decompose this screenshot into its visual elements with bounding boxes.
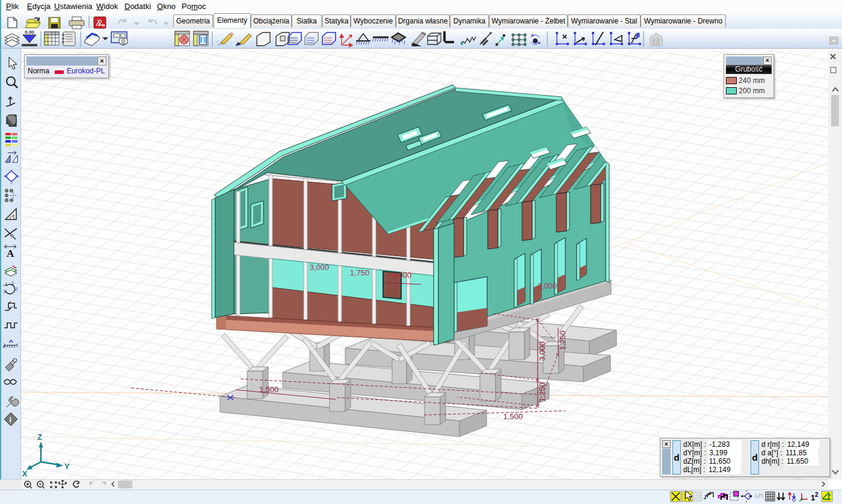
svg-text:2: 2 [815,491,819,498]
